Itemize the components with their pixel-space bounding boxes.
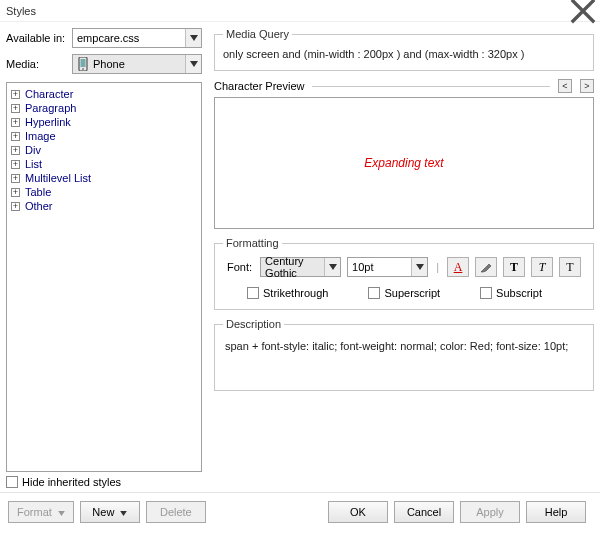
- expand-icon[interactable]: +: [11, 118, 20, 127]
- close-button[interactable]: [569, 2, 597, 20]
- available-in-label: Available in:: [6, 32, 72, 44]
- tree-item-character[interactable]: +Character: [9, 87, 199, 101]
- expand-icon[interactable]: +: [11, 160, 20, 169]
- description-legend: Description: [223, 318, 284, 330]
- superscript-label: Superscript: [384, 287, 440, 299]
- font-label: Font:: [227, 261, 252, 273]
- media-combo[interactable]: Phone: [72, 54, 202, 74]
- phone-icon: [77, 57, 89, 71]
- chevron-down-icon: [324, 258, 340, 276]
- tree-item-label: Multilevel List: [25, 171, 91, 185]
- media-query-group: Media Query only screen and (min-width :…: [214, 28, 594, 71]
- description-group: Description span + font-style: italic; f…: [214, 318, 594, 391]
- tree-item-label: Image: [25, 129, 56, 143]
- checkbox-icon: [368, 287, 380, 299]
- tree-item-label: Paragraph: [25, 101, 76, 115]
- font-color-button[interactable]: A: [447, 257, 469, 277]
- available-in-combo[interactable]: empcare.css: [72, 28, 202, 48]
- tree-item-table[interactable]: +Table: [9, 185, 199, 199]
- checkbox-icon: [6, 476, 18, 488]
- preview-text: Expanding text: [364, 156, 443, 170]
- checkbox-icon: [247, 287, 259, 299]
- cancel-button-label: Cancel: [407, 506, 441, 518]
- new-button-label: New: [92, 506, 114, 518]
- delete-button[interactable]: Delete: [146, 501, 206, 523]
- bold-button[interactable]: T: [503, 257, 525, 277]
- tree-item-label: Hyperlink: [25, 115, 71, 129]
- available-in-value: empcare.css: [77, 32, 139, 44]
- preview-next-button[interactable]: >: [580, 79, 594, 93]
- title-bar: Styles: [0, 0, 600, 22]
- tree-item-other[interactable]: +Other: [9, 199, 199, 213]
- separator: |: [434, 261, 441, 273]
- tree-item-label: Other: [25, 199, 53, 213]
- superscript-checkbox[interactable]: Superscript: [368, 287, 440, 299]
- style-tree[interactable]: +Character +Paragraph +Hyperlink +Image …: [6, 82, 202, 472]
- svg-point-2: [82, 68, 84, 70]
- font-value: Century Gothic: [265, 255, 322, 279]
- close-icon: [569, 0, 597, 25]
- font-size-combo[interactable]: 10pt: [347, 257, 428, 277]
- expand-icon[interactable]: +: [11, 202, 20, 211]
- svg-rect-1: [81, 59, 86, 67]
- description-text: span + font-style: italic; font-weight: …: [223, 336, 585, 382]
- tree-item-label: Div: [25, 143, 41, 157]
- hide-inherited-label: Hide inherited styles: [22, 476, 121, 488]
- expand-icon[interactable]: +: [11, 146, 20, 155]
- media-query-text: only screen and (min-width : 200px ) and…: [223, 46, 585, 62]
- highlight-icon: [480, 261, 492, 273]
- preview-prev-button[interactable]: <: [558, 79, 572, 93]
- tree-item-multilevel-list[interactable]: +Multilevel List: [9, 171, 199, 185]
- tree-item-image[interactable]: +Image: [9, 129, 199, 143]
- formatting-legend: Formatting: [223, 237, 282, 249]
- tree-item-label: Character: [25, 87, 73, 101]
- chevron-down-icon: [411, 258, 427, 276]
- media-value: Phone: [93, 58, 125, 70]
- divider: [312, 86, 550, 87]
- media-label: Media:: [6, 58, 72, 70]
- apply-button-label: Apply: [476, 506, 504, 518]
- ok-button-label: OK: [350, 506, 366, 518]
- cancel-button[interactable]: Cancel: [394, 501, 454, 523]
- chevron-down-icon: [58, 506, 65, 518]
- media-query-legend: Media Query: [223, 28, 292, 40]
- font-size-value: 10pt: [352, 261, 373, 273]
- tree-item-list[interactable]: +List: [9, 157, 199, 171]
- tree-item-div[interactable]: +Div: [9, 143, 199, 157]
- format-button[interactable]: Format: [8, 501, 74, 523]
- expand-icon[interactable]: +: [11, 104, 20, 113]
- strikethrough-checkbox[interactable]: Strikethrough: [247, 287, 328, 299]
- expand-icon[interactable]: +: [11, 132, 20, 141]
- expand-icon[interactable]: +: [11, 90, 20, 99]
- subscript-checkbox[interactable]: Subscript: [480, 287, 542, 299]
- tree-item-label: Table: [25, 185, 51, 199]
- tree-item-hyperlink[interactable]: +Hyperlink: [9, 115, 199, 129]
- chevron-down-icon: [185, 29, 201, 47]
- character-preview-label: Character Preview: [214, 80, 304, 92]
- subscript-label: Subscript: [496, 287, 542, 299]
- checkbox-icon: [480, 287, 492, 299]
- character-preview-box: Expanding text: [214, 97, 594, 229]
- italic-button[interactable]: T: [531, 257, 553, 277]
- ok-button[interactable]: OK: [328, 501, 388, 523]
- help-button[interactable]: Help: [526, 501, 586, 523]
- tree-item-label: List: [25, 157, 42, 171]
- window-title: Styles: [6, 5, 36, 17]
- expand-icon[interactable]: +: [11, 174, 20, 183]
- font-combo[interactable]: Century Gothic: [260, 257, 341, 277]
- highlight-button[interactable]: [475, 257, 497, 277]
- normal-button[interactable]: T: [559, 257, 581, 277]
- new-button[interactable]: New: [80, 501, 140, 523]
- help-button-label: Help: [545, 506, 568, 518]
- formatting-group: Formatting Font: Century Gothic 10pt | A…: [214, 237, 594, 310]
- tree-item-paragraph[interactable]: +Paragraph: [9, 101, 199, 115]
- strikethrough-label: Strikethrough: [263, 287, 328, 299]
- delete-button-label: Delete: [160, 506, 192, 518]
- hide-inherited-checkbox[interactable]: Hide inherited styles: [6, 476, 121, 488]
- apply-button[interactable]: Apply: [460, 501, 520, 523]
- chevron-down-icon: [120, 506, 127, 518]
- chevron-down-icon: [185, 55, 201, 73]
- expand-icon[interactable]: +: [11, 188, 20, 197]
- format-button-label: Format: [17, 506, 52, 518]
